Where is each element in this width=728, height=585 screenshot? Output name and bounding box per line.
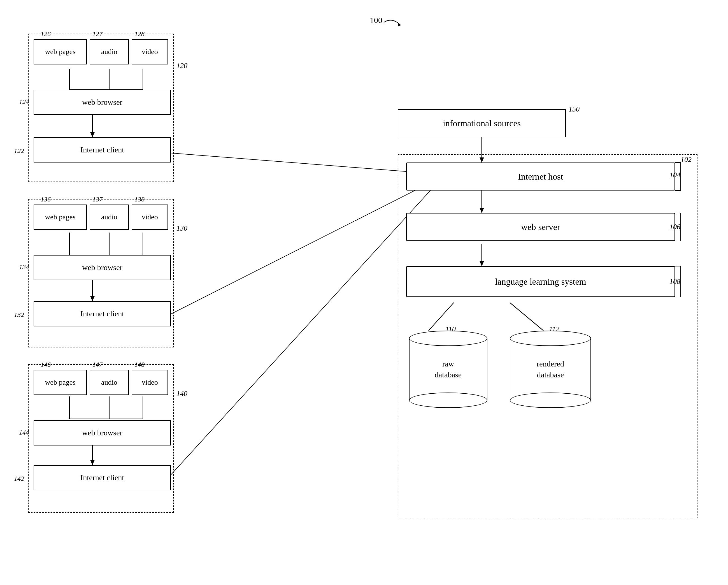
internet-host-box: Internet host bbox=[406, 162, 675, 190]
web-browser-2-box: web browser bbox=[34, 255, 171, 280]
label-148: 148 bbox=[134, 361, 145, 368]
label-144: 144 bbox=[19, 429, 29, 436]
web-pages-3-label: web pages bbox=[45, 378, 75, 387]
audio-1-box: audio bbox=[89, 39, 129, 65]
web-server-label: web server bbox=[521, 222, 560, 232]
internet-client-3-box: Internet client bbox=[34, 465, 171, 490]
label-102: 102 bbox=[681, 155, 692, 164]
label-122: 122 bbox=[14, 147, 24, 155]
label-146: 146 bbox=[41, 361, 51, 368]
internet-client-2-label: Internet client bbox=[80, 309, 124, 318]
video-3-box: video bbox=[132, 370, 168, 395]
raw-database: rawdatabase bbox=[409, 331, 487, 420]
label-124: 124 bbox=[19, 98, 29, 106]
label-120: 120 bbox=[177, 61, 187, 70]
label-150: 150 bbox=[569, 105, 579, 113]
language-learning-system-box: language learning system bbox=[406, 266, 675, 297]
web-browser-3-box: web browser bbox=[34, 420, 171, 446]
label-104: 104 bbox=[670, 171, 680, 179]
informational-sources-box: informational sources bbox=[398, 109, 566, 137]
diagram: 100 102 informational sources 150 Intern… bbox=[0, 0, 728, 585]
diagram-label-100: 100 bbox=[370, 16, 382, 25]
web-pages-1-box: web pages bbox=[34, 39, 87, 65]
audio-2-label: audio bbox=[101, 213, 118, 221]
label-142: 142 bbox=[14, 475, 24, 482]
label-108: 108 bbox=[670, 277, 680, 286]
internet-client-2-box: Internet client bbox=[34, 301, 171, 326]
web-browser-2-label: web browser bbox=[82, 263, 123, 272]
internet-client-1-label: Internet client bbox=[80, 146, 124, 154]
rendered-database: rendereddatabase bbox=[510, 331, 591, 420]
video-3-label: video bbox=[142, 378, 158, 387]
label-127: 127 bbox=[93, 30, 103, 38]
svg-line-27 bbox=[167, 153, 434, 174]
video-2-label: video bbox=[142, 213, 158, 221]
label-147: 147 bbox=[93, 361, 103, 368]
internet-client-3-label: Internet client bbox=[80, 473, 124, 482]
web-pages-1-label: web pages bbox=[45, 48, 75, 56]
web-server-box: web server bbox=[406, 213, 675, 241]
label-136: 136 bbox=[41, 196, 51, 203]
video-1-label: video bbox=[142, 48, 158, 56]
informational-sources-label: informational sources bbox=[443, 118, 521, 129]
label-126: 126 bbox=[41, 30, 51, 38]
internet-client-1-box: Internet client bbox=[34, 137, 171, 162]
rendered-database-label: rendereddatabase bbox=[537, 358, 564, 380]
language-learning-system-label: language learning system bbox=[495, 277, 586, 287]
label-132: 132 bbox=[14, 311, 24, 319]
label-106: 106 bbox=[670, 223, 680, 231]
web-browser-1-box: web browser bbox=[34, 90, 171, 115]
web-pages-2-box: web pages bbox=[34, 205, 87, 230]
audio-2-box: audio bbox=[89, 205, 129, 230]
video-2-box: video bbox=[132, 205, 168, 230]
web-browser-1-label: web browser bbox=[82, 98, 123, 107]
web-browser-3-label: web browser bbox=[82, 428, 123, 437]
audio-3-label: audio bbox=[101, 378, 118, 387]
svg-marker-0 bbox=[398, 23, 400, 26]
web-pages-3-box: web pages bbox=[34, 370, 87, 395]
internet-host-label: Internet host bbox=[518, 172, 563, 182]
label-138: 138 bbox=[134, 196, 145, 203]
video-1-box: video bbox=[132, 39, 168, 65]
raw-database-label: rawdatabase bbox=[435, 358, 462, 380]
svg-line-31 bbox=[167, 186, 434, 479]
label-137: 137 bbox=[93, 196, 103, 203]
label-134: 134 bbox=[19, 263, 29, 271]
audio-1-label: audio bbox=[101, 48, 118, 56]
web-pages-2-label: web pages bbox=[45, 213, 75, 221]
label-128: 128 bbox=[134, 30, 145, 38]
audio-3-box: audio bbox=[89, 370, 129, 395]
label-140: 140 bbox=[177, 389, 187, 398]
svg-line-29 bbox=[167, 181, 434, 316]
label-130: 130 bbox=[177, 224, 187, 232]
